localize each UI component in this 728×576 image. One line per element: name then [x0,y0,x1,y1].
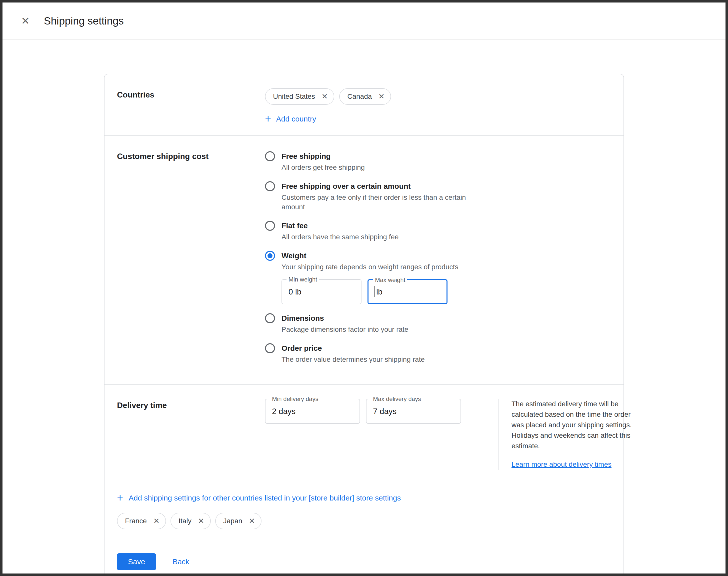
radio-icon[interactable] [265,151,275,161]
plus-icon: + [265,114,271,124]
option-text: Dimensions Package dimensions factor int… [282,313,408,334]
option-description: All orders get free shipping [282,163,365,172]
countries-section: Countries United States ✕ Canada ✕ + Add… [105,74,623,135]
min-delivery-days-value: 2 days [272,407,295,416]
option-title: Free shipping [282,151,365,161]
delivery-help-text: The estimated delivery time will be calc… [512,399,632,451]
option-title: Weight [282,251,458,261]
max-weight-field[interactable]: Max weight lb [368,279,447,304]
delivery-time-content: Min delivery days 2 days Max delivery da… [265,399,632,470]
delivery-times-link[interactable]: Learn more about delivery times [512,459,612,470]
page-title: Shipping settings [44,15,124,27]
remove-country-icon[interactable]: ✕ [153,517,159,525]
option-dimensions[interactable]: Dimensions Package dimensions factor int… [265,313,479,334]
option-text: Free shipping over a certain amount Cust… [282,181,479,212]
max-weight-value: lb [376,287,382,296]
chip-label: Canada [347,92,372,100]
add-country-label: Add country [276,115,316,123]
country-chips: United States ✕ Canada ✕ [265,88,391,105]
option-flat-fee[interactable]: Flat fee All orders have the same shippi… [265,221,479,242]
radio-icon[interactable] [265,343,275,353]
option-text: Free shipping All orders get free shippi… [282,151,365,172]
option-title: Dimensions [282,313,408,323]
back-button[interactable]: Back [173,557,189,566]
close-icon[interactable]: ✕ [21,16,30,26]
min-weight-field[interactable]: Min weight 0 lb [282,279,361,304]
option-description: Customers pay a fee only if their order … [282,193,479,212]
radio-icon[interactable] [265,181,275,191]
remove-country-icon[interactable]: ✕ [249,517,255,525]
delivery-time-label: Delivery time [117,399,265,470]
countries-content: United States ✕ Canada ✕ + Add country [265,88,391,124]
shipping-settings-card: Countries United States ✕ Canada ✕ + Add… [104,74,624,576]
option-title: Order price [282,343,425,353]
country-chip-canada[interactable]: Canada ✕ [339,88,391,105]
add-other-countries-button[interactable]: + Add shipping settings for other countr… [117,493,611,503]
other-countries-section: + Add shipping settings for other countr… [105,481,623,543]
add-other-countries-label: Add shipping settings for other countrie… [129,494,401,502]
country-chip-united-states[interactable]: United States ✕ [265,88,334,105]
delivery-help: The estimated delivery time will be calc… [498,399,632,470]
option-text: Flat fee All orders have the same shippi… [282,221,399,242]
option-description: The order value determines your shipping… [282,355,425,364]
add-country-button[interactable]: + Add country [265,114,391,124]
max-weight-label: Max weight [373,277,407,283]
min-weight-label: Min weight [287,276,319,283]
option-description: All orders have the same shipping fee [282,232,399,242]
option-text: Order price The order value determines y… [282,343,425,364]
delivery-time-section: Delivery time Min delivery days 2 days M… [105,384,623,481]
option-order-price[interactable]: Order price The order value determines y… [265,343,479,364]
max-delivery-days-label: Max delivery days [371,396,423,402]
remove-country-icon[interactable]: ✕ [321,93,328,100]
other-country-chips: France ✕ Italy ✕ Japan ✕ [117,513,611,529]
country-chip-italy[interactable]: Italy ✕ [171,513,211,529]
chip-label: Italy [178,517,191,525]
radio-icon[interactable] [265,313,275,323]
chip-label: France [125,517,147,525]
country-chip-france[interactable]: France ✕ [117,513,166,529]
footer: Save Back [105,543,623,576]
chip-label: Japan [223,517,242,525]
remove-country-icon[interactable]: ✕ [378,93,384,100]
shipping-cost-section: Customer shipping cost Free shipping All… [105,135,623,384]
option-text: Weight Your shipping rate depends on wei… [282,251,458,304]
plus-icon: + [117,493,123,503]
option-title: Flat fee [282,221,399,231]
max-delivery-days-value: 7 days [373,407,397,416]
save-button[interactable]: Save [117,553,156,570]
max-delivery-days-field[interactable]: Max delivery days 7 days [366,399,461,424]
shipping-cost-label: Customer shipping cost [117,150,265,373]
text-cursor [375,286,375,297]
delivery-fields: Min delivery days 2 days Max delivery da… [265,399,461,424]
shipping-cost-options: Free shipping All orders get free shippi… [265,150,479,373]
radio-icon[interactable] [265,251,275,261]
countries-label: Countries [117,88,265,124]
option-title: Free shipping over a certain amount [282,181,479,191]
chip-label: United States [273,92,315,100]
country-chip-japan[interactable]: Japan ✕ [215,513,262,529]
weight-fields: Min weight 0 lb Max weight lb [282,279,458,304]
remove-country-icon[interactable]: ✕ [198,517,204,525]
option-free-shipping-over-amount[interactable]: Free shipping over a certain amount Cust… [265,181,479,212]
option-weight[interactable]: Weight Your shipping rate depends on wei… [265,251,479,304]
min-delivery-days-field[interactable]: Min delivery days 2 days [265,399,360,424]
radio-icon[interactable] [265,221,275,231]
min-delivery-days-label: Min delivery days [270,396,320,402]
dialog-header: ✕ Shipping settings [2,2,726,40]
option-free-shipping[interactable]: Free shipping All orders get free shippi… [265,151,479,172]
option-description: Package dimensions factor into your rate [282,325,408,334]
option-description: Your shipping rate depends on weight ran… [282,262,458,272]
min-weight-value: 0 lb [289,287,301,296]
